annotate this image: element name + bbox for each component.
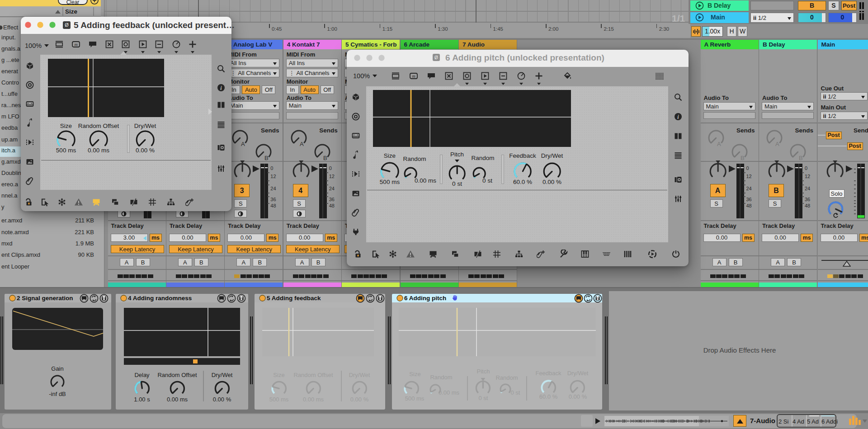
svg-text:B: B xyxy=(741,155,745,161)
svg-text:A: A xyxy=(300,141,304,147)
svg-text:m: m xyxy=(412,74,415,79)
svg-text:A: A xyxy=(775,141,779,147)
svg-text:A: A xyxy=(241,141,245,147)
svg-text:m: m xyxy=(74,42,77,47)
svg-text:B: B xyxy=(799,155,803,161)
svg-text:A: A xyxy=(717,141,721,147)
svg-text:B: B xyxy=(323,155,327,161)
svg-text:B: B xyxy=(264,155,269,161)
svg-text:Clear: Clear xyxy=(66,0,80,5)
